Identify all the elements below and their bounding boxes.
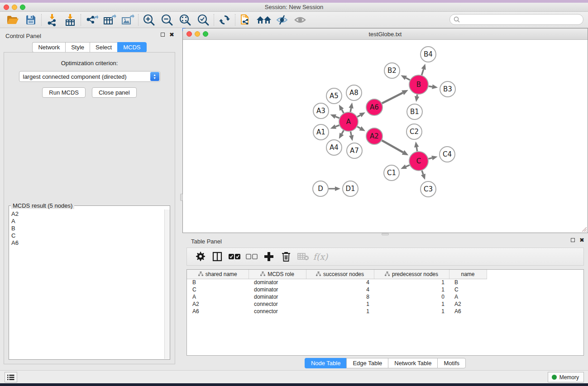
- column-header-shared-name[interactable]: shared name: [187, 270, 249, 279]
- run-mcds-button[interactable]: Run MCDS: [42, 87, 86, 98]
- edge-A6-B[interactable]: [382, 90, 408, 104]
- tab-edge-table[interactable]: Edge Table: [346, 358, 388, 368]
- node-A8[interactable]: A8: [346, 85, 362, 100]
- column-header-successor-nodes[interactable]: successor nodes: [306, 270, 374, 279]
- node-A2[interactable]: A2: [366, 128, 382, 144]
- edge-B-B3[interactable]: [429, 84, 438, 89]
- edge-A-A1[interactable]: [330, 124, 339, 129]
- tab-network[interactable]: Network: [32, 42, 65, 52]
- table-row[interactable]: Bdominator41B: [187, 279, 487, 286]
- edge-A-A5[interactable]: [339, 105, 344, 113]
- float-panel-icon[interactable]: [161, 33, 165, 37]
- first-neighbors-icon[interactable]: [255, 13, 273, 27]
- edge-C-C3[interactable]: [421, 171, 425, 180]
- close-panel-button[interactable]: Close panel: [92, 87, 137, 98]
- export-image-icon[interactable]: [119, 13, 137, 27]
- node-A[interactable]: A: [339, 112, 358, 131]
- node-table[interactable]: shared nameMCDS rolesuccessor nodesprede…: [186, 269, 584, 356]
- column-chooser-icon[interactable]: [209, 249, 226, 264]
- table-row[interactable]: A2connector11A2: [187, 300, 487, 308]
- search-input[interactable]: [462, 16, 583, 23]
- node-A4[interactable]: A4: [326, 140, 342, 155]
- node-D1[interactable]: D1: [343, 181, 358, 196]
- edge-C-C1[interactable]: [401, 164, 410, 169]
- import-table-icon[interactable]: [61, 13, 79, 27]
- window-resize-grip[interactable]: [581, 226, 587, 232]
- edge-A2-C[interactable]: [382, 140, 409, 155]
- mcds-result-scrollbar[interactable]: [164, 210, 170, 359]
- table-row[interactable]: Adominator80A: [187, 293, 487, 300]
- node-D[interactable]: D: [313, 181, 328, 196]
- new-network-from-selection-icon[interactable]: [237, 13, 255, 27]
- network-window-titlebar[interactable]: testGlobe.txt: [183, 29, 588, 40]
- column-header-MCDS-role[interactable]: MCDS role: [249, 270, 306, 279]
- node-A3[interactable]: A3: [313, 103, 329, 119]
- tab-style[interactable]: Style: [65, 42, 90, 52]
- deselect-all-checkboxes-icon[interactable]: [243, 249, 260, 264]
- network-canvas[interactable]: AA1A3A5A8A4A7A6A2BB2B4B3B1CC1C2C3C4DD1: [183, 40, 588, 233]
- node-C[interactable]: C: [409, 152, 428, 171]
- mcds-result-item[interactable]: C: [11, 232, 164, 239]
- node-B2[interactable]: B2: [384, 63, 400, 78]
- zoom-selected-icon[interactable]: [194, 13, 212, 27]
- node-C3[interactable]: C3: [421, 181, 436, 197]
- edge-A-A8[interactable]: [349, 103, 353, 112]
- node-A6[interactable]: A6: [366, 99, 382, 115]
- select-all-checkboxes-icon[interactable]: [226, 249, 243, 264]
- export-table-icon[interactable]: [100, 13, 119, 27]
- import-network-icon[interactable]: [43, 13, 61, 27]
- tab-motifs[interactable]: Motifs: [437, 358, 466, 368]
- function-builder-icon[interactable]: f(x): [312, 249, 329, 264]
- zoom-out-icon[interactable]: [158, 13, 176, 27]
- edge-A-A3[interactable]: [330, 114, 339, 119]
- settings-gear-icon[interactable]: [191, 249, 209, 264]
- export-network-icon[interactable]: [82, 13, 100, 27]
- column-header-name[interactable]: name: [449, 270, 487, 279]
- open-file-icon[interactable]: [4, 13, 22, 27]
- show-all-icon[interactable]: [291, 13, 309, 27]
- vertical-split-grip[interactable]: [180, 194, 183, 201]
- edge-A-A4[interactable]: [339, 130, 344, 139]
- optimization-criterion-select[interactable]: largest connected component (directed) ▲…: [19, 71, 160, 82]
- tab-select[interactable]: Select: [90, 42, 117, 52]
- edge-C-C2[interactable]: [414, 142, 419, 152]
- delete-column-icon[interactable]: [277, 249, 295, 264]
- memory-button[interactable]: Memory: [548, 372, 584, 382]
- table-row[interactable]: Cdominator41C: [187, 286, 487, 293]
- hide-selected-icon[interactable]: [273, 13, 291, 27]
- node-B[interactable]: B: [409, 75, 428, 94]
- zoom-in-icon[interactable]: [140, 13, 158, 27]
- table-row[interactable]: A6connector11A6: [187, 308, 487, 315]
- edge-A-A2[interactable]: [357, 126, 365, 131]
- edge-A-A6[interactable]: [357, 112, 365, 117]
- node-C1[interactable]: C1: [384, 165, 399, 181]
- mcds-result-item[interactable]: A6: [11, 239, 164, 247]
- save-session-icon[interactable]: [22, 13, 40, 27]
- zoom-fit-icon[interactable]: [176, 13, 194, 27]
- node-B3[interactable]: B3: [440, 81, 455, 97]
- mcds-result-item[interactable]: B: [11, 225, 164, 232]
- task-history-button[interactable]: [5, 372, 17, 382]
- refresh-icon[interactable]: [215, 13, 234, 27]
- node-B4[interactable]: B4: [421, 47, 436, 62]
- add-column-icon[interactable]: [260, 249, 277, 264]
- edge-A-A7[interactable]: [349, 132, 354, 141]
- node-C4[interactable]: C4: [440, 147, 455, 162]
- delete-table-icon[interactable]: [295, 249, 312, 264]
- node-A7[interactable]: A7: [347, 143, 362, 158]
- edge-B-B4[interactable]: [421, 64, 426, 75]
- mcds-result-list[interactable]: A2ABCA6: [10, 210, 164, 359]
- node-B1[interactable]: B1: [407, 104, 422, 119]
- close-table-panel-icon[interactable]: ✖: [579, 238, 584, 242]
- edge-B-B1[interactable]: [415, 95, 419, 102]
- edge-B-B2[interactable]: [401, 75, 410, 80]
- mcds-result-item[interactable]: A: [11, 218, 164, 225]
- node-A1[interactable]: A1: [313, 124, 329, 140]
- edge-D-D1[interactable]: [329, 186, 340, 191]
- network-graph[interactable]: AA1A3A5A8A4A7A6A2BB2B4B3B1CC1C2C3C4DD1: [183, 40, 588, 233]
- close-panel-icon[interactable]: ✖: [169, 33, 174, 37]
- tab-network-table[interactable]: Network Table: [388, 358, 437, 368]
- tab-mcds[interactable]: MCDS: [117, 42, 146, 52]
- float-table-panel-icon[interactable]: [571, 238, 575, 242]
- search-field[interactable]: [449, 14, 583, 25]
